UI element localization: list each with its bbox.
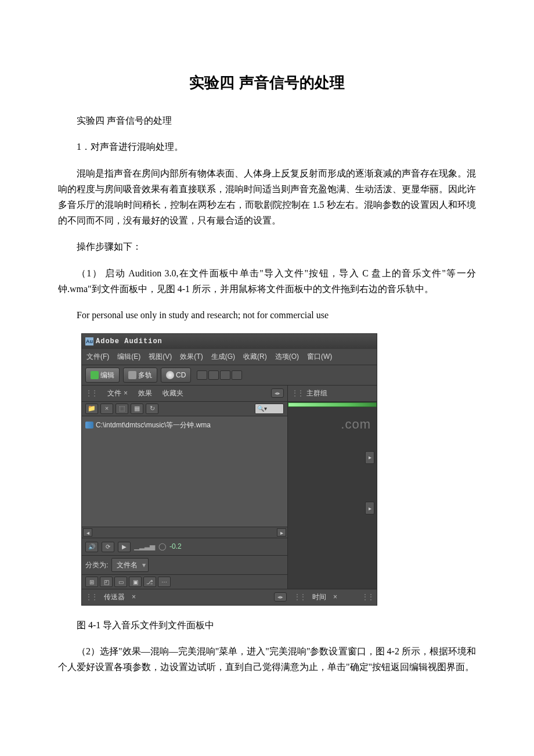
menu-favorite[interactable]: 收藏(R) xyxy=(243,351,267,362)
transport-close-icon[interactable]: × xyxy=(132,591,136,603)
menu-edit[interactable]: 编辑(E) xyxy=(117,351,140,362)
audition-window: Au Adobe Audition 文件(F) 编辑(E) 视图(V) 效果(T… xyxy=(81,333,377,606)
view-btn-6[interactable]: ⋯ xyxy=(158,577,171,587)
view-btn-1[interactable]: ⊞ xyxy=(85,577,98,587)
panel-menu-icon[interactable]: ◂▸ xyxy=(271,388,284,398)
scroll-left-icon[interactable]: ◂ xyxy=(83,528,92,537)
scroll-right-icon[interactable]: ▸ xyxy=(277,528,286,537)
main-toolbar: 编辑 多轨 CD xyxy=(82,365,377,386)
steps-label: 操作步骤如下： xyxy=(58,239,476,254)
play-button[interactable]: ▶ xyxy=(118,542,131,552)
file-panel-toolbar: 📁 × ⬚ ▦ ↻ 🔍▾ xyxy=(82,402,287,416)
subtitle: 实验四 声音信号的处理 xyxy=(58,113,476,128)
view-btn-5[interactable]: ⎇ xyxy=(143,577,156,587)
app-title: Adobe Audition xyxy=(96,336,163,347)
toolbar-edit-label: 编辑 xyxy=(100,369,114,381)
tool-btn-2[interactable] xyxy=(208,370,219,380)
grip-icon: ⋮⋮ xyxy=(85,387,97,399)
tab-close-icon[interactable]: × xyxy=(124,387,128,399)
view-buttons: ⊞ ◰ ▭ ▣ ⎇ ⋯ xyxy=(82,574,287,589)
toolbar-multi-label: 多轨 xyxy=(138,369,152,381)
bottom-menu-icon[interactable]: ◂▸ xyxy=(274,592,287,602)
file-entry[interactable]: C:\intdmt\dmtsc\music\等一分钟.wma xyxy=(85,419,284,431)
audio-file-icon xyxy=(85,422,93,429)
figure-caption: 图 4-1 导入音乐文件到文件面板中 xyxy=(58,617,476,633)
toolbar-cd-label: CD xyxy=(176,369,186,381)
tab-favorite[interactable]: 收藏夹 xyxy=(163,387,183,399)
track-arrow-bottom[interactable]: ▸ xyxy=(365,502,374,514)
grip-icon: ⋮⋮ xyxy=(291,387,303,399)
main-body: ⋮⋮ 文件 × 效果 收藏夹 ◂▸ 📁 × ⬚ ▦ ↻ 🔍▾ xyxy=(82,386,377,589)
sort-label: 分类为: xyxy=(85,559,108,571)
tab-file[interactable]: 文件 xyxy=(107,387,121,399)
grip-icon: ⋮⋮ xyxy=(362,591,373,603)
menubar: 文件(F) 编辑(E) 视图(V) 效果(T) 生成(G) 收藏(R) 选项(O… xyxy=(82,349,377,365)
close-file-button[interactable]: × xyxy=(100,404,113,414)
section-heading-1: 1．对声音进行混响处理。 xyxy=(58,139,476,154)
step-1: （1） 启动 Audition 3.0,在文件面板中单击"导入文件"按钮，导入 … xyxy=(58,265,476,297)
refresh-button[interactable]: ↻ xyxy=(146,404,158,414)
intro-paragraph: 混响是指声音在房间内部所有物体表面、人体身上反复反射而形成的逐渐衰减的声音存在现… xyxy=(58,165,476,229)
toolbar-cd-button[interactable]: CD xyxy=(161,368,191,383)
tool-btn-1[interactable] xyxy=(197,370,207,380)
menu-window[interactable]: 窗口(W) xyxy=(307,351,332,362)
bottom-bar: ⋮⋮ 传送器 × ◂▸ ⋮⋮ 时间 × ⋮⋮ xyxy=(82,589,377,604)
volume-meter-icon: ▁▂▃▅ xyxy=(134,541,155,552)
time-panel-label[interactable]: 时间 xyxy=(312,591,326,603)
menu-generate[interactable]: 生成(G) xyxy=(211,351,235,362)
app-icon: Au xyxy=(85,337,93,345)
track-group-label: 主群组 xyxy=(306,387,327,399)
english-note: For personal use only in study and resea… xyxy=(58,307,476,323)
menu-effect[interactable]: 效果(T) xyxy=(180,351,203,362)
speaker-button[interactable]: 🔊 xyxy=(85,542,98,552)
left-pane: ⋮⋮ 文件 × 效果 收藏夹 ◂▸ 📁 × ⬚ ▦ ↻ 🔍▾ xyxy=(82,386,288,589)
grip-icon: ⋮⋮ xyxy=(85,591,97,603)
menu-view[interactable]: 视图(V) xyxy=(149,351,172,362)
view-btn-2[interactable]: ◰ xyxy=(100,577,113,587)
import-file-button[interactable]: 📁 xyxy=(85,404,98,414)
sort-dropdown[interactable]: 文件名 xyxy=(111,558,149,572)
track-arrow-top[interactable]: ▸ xyxy=(365,451,374,464)
multitrack-icon xyxy=(128,371,136,379)
panel-tabs: ⋮⋮ 文件 × 效果 收藏夹 ◂▸ xyxy=(82,386,287,401)
track-header: ⋮⋮ 主群组 xyxy=(288,386,377,401)
wave-icon xyxy=(91,371,99,379)
view-btn-4[interactable]: ▣ xyxy=(129,577,142,587)
step-2: （2）选择"效果—混响—完美混响"菜单，进入"完美混响"参数设置窗口，图 4-2… xyxy=(58,643,476,675)
insert-button[interactable]: ⬚ xyxy=(116,404,128,414)
watermark: .com xyxy=(341,413,371,435)
grip-icon: ⋮⋮ xyxy=(294,591,305,603)
page-title: 实验四 声音信号的处理 xyxy=(58,70,476,95)
menu-option[interactable]: 选项(O) xyxy=(275,351,299,362)
tool-btn-3[interactable] xyxy=(220,370,230,380)
view-btn-3[interactable]: ▭ xyxy=(114,577,127,587)
loop-button[interactable]: ⟳ xyxy=(102,542,114,552)
transport-panel-label[interactable]: 传送器 xyxy=(104,591,125,603)
timeline-strip[interactable] xyxy=(288,402,377,407)
toolbar-small-buttons xyxy=(197,370,242,380)
cd-icon xyxy=(166,371,174,379)
edit-file-button[interactable]: ▦ xyxy=(131,404,143,414)
volume-value: -0.2 xyxy=(169,541,182,552)
toolbar-multitrack-button[interactable]: 多轨 xyxy=(123,368,157,383)
track-body[interactable]: .com ▸ ▸ xyxy=(288,408,377,589)
toolbar-edit-button[interactable]: 编辑 xyxy=(85,368,120,383)
tool-btn-4[interactable] xyxy=(232,370,242,380)
figure-4-1-screenshot: Au Adobe Audition 文件(F) 编辑(E) 视图(V) 效果(T… xyxy=(81,333,476,606)
tab-effect[interactable]: 效果 xyxy=(138,387,152,399)
time-close-icon[interactable]: × xyxy=(333,591,337,603)
file-list: C:\intdmt\dmtsc\music\等一分钟.wma xyxy=(82,416,287,527)
right-pane: ⋮⋮ 主群组 .com ▸ ▸ xyxy=(288,386,377,589)
titlebar: Au Adobe Audition xyxy=(82,334,377,349)
file-path: C:\intdmt\dmtsc\music\等一分钟.wma xyxy=(96,419,211,431)
transport-controls: 🔊 ⟳ ▶ ▁▂▃▅ ◯ -0.2 xyxy=(82,538,287,555)
horizontal-scrollbar[interactable]: ◂ ▸ xyxy=(82,527,287,538)
sort-row: 分类为: 文件名 xyxy=(82,555,287,574)
search-field[interactable]: 🔍▾ xyxy=(255,404,284,414)
knob-icon[interactable]: ◯ xyxy=(158,541,166,552)
menu-file[interactable]: 文件(F) xyxy=(86,351,109,362)
